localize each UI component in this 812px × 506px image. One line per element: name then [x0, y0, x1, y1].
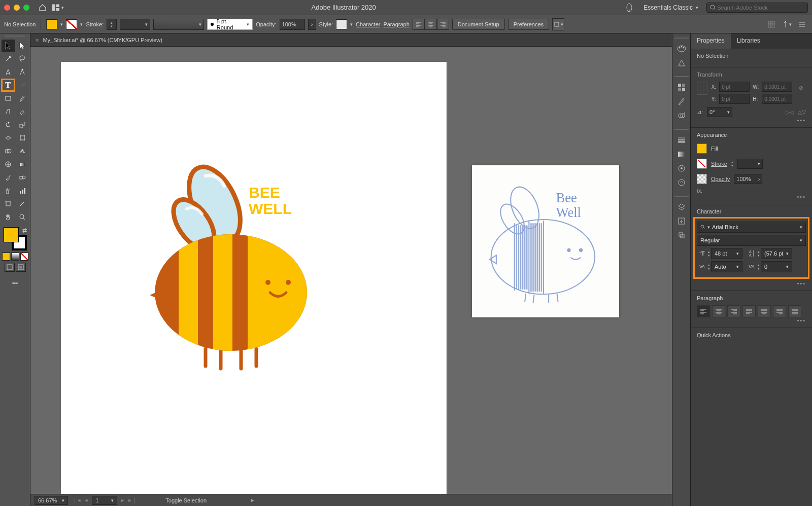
isolate-dropdown[interactable]: ▾	[552, 18, 564, 30]
asset-export-panel-icon[interactable]	[674, 214, 689, 228]
para-align-right[interactable]	[727, 305, 740, 317]
rectangle-tool[interactable]	[2, 92, 15, 104]
appearance-menu-icon[interactable]: •••	[797, 194, 806, 200]
nav-first-icon[interactable]: ｜◂	[72, 496, 81, 504]
paragraph-panel-link[interactable]: Paragraph	[383, 21, 409, 27]
paintbrush-tool[interactable]	[16, 92, 29, 104]
font-style-select[interactable]: Regular▾	[697, 235, 806, 246]
shape-builder-tool[interactable]	[2, 145, 15, 157]
blend-tool[interactable]	[16, 171, 29, 184]
appearance-opacity-value[interactable]: 100%›	[734, 174, 762, 184]
para-justify-center[interactable]	[758, 305, 771, 317]
tab-libraries[interactable]: Libraries	[731, 33, 766, 49]
close-tab-icon[interactable]: ×	[36, 37, 39, 43]
artboard-nav[interactable]: 1▾	[92, 496, 117, 505]
stroke-spinner[interactable]: ▴▾	[731, 160, 733, 167]
flip-h-icon[interactable]: ▷◁	[786, 109, 794, 116]
hand-tool[interactable]	[2, 211, 15, 223]
perspective-grid-tool[interactable]	[16, 145, 29, 157]
stroke-panel-icon[interactable]	[674, 133, 689, 147]
para-justify-all[interactable]	[788, 305, 801, 317]
opacity-reveal[interactable]: ›	[308, 19, 316, 30]
nav-last-icon[interactable]: ▸｜	[128, 496, 137, 504]
close-window[interactable]	[4, 5, 10, 11]
leading-input[interactable]: (57.6 pt▾	[761, 248, 792, 259]
mesh-tool[interactable]	[2, 158, 15, 170]
color-mode-none[interactable]	[20, 252, 28, 261]
transform-angle[interactable]: 0°▾	[707, 107, 732, 117]
leading-spinner[interactable]: ▴▾	[758, 250, 760, 257]
brushes-panel-icon[interactable]	[674, 94, 689, 109]
type-tool[interactable]: T	[2, 79, 15, 91]
swatches-panel-icon[interactable]	[674, 80, 689, 94]
opacity-input[interactable]: 100%	[280, 19, 305, 30]
width-tool[interactable]	[2, 132, 15, 144]
align-right-icon[interactable]	[437, 19, 449, 30]
link-wh-icon[interactable]: ⊘	[796, 82, 806, 94]
font-family-select[interactable]: ▾Arial Black ▾	[697, 222, 806, 233]
list-view-icon[interactable]	[796, 18, 808, 30]
snap-icon[interactable]: ▾	[781, 18, 793, 30]
appearance-stroke-weight[interactable]: ▾	[737, 159, 763, 169]
lasso-tool[interactable]	[16, 53, 29, 65]
fill-swatch[interactable]	[46, 19, 57, 29]
paragraph-menu-icon[interactable]: •••	[797, 317, 806, 323]
eyedropper-tool[interactable]	[2, 171, 15, 184]
character-menu-icon[interactable]: •••	[797, 280, 806, 286]
artboard[interactable]: BEE WELL	[61, 62, 447, 494]
gradient-tool[interactable]	[16, 158, 29, 170]
transparency-panel-icon[interactable]	[674, 161, 689, 175]
appearance-opacity-label[interactable]: Opacity	[711, 176, 730, 182]
search-input[interactable]	[716, 4, 804, 11]
artboards-panel-icon[interactable]	[674, 228, 689, 242]
tracking-spinner[interactable]: ▴▾	[758, 263, 760, 270]
transform-menu-icon[interactable]: •••	[797, 117, 806, 123]
color-guide-panel-icon[interactable]	[674, 56, 689, 70]
symbol-sprayer-tool[interactable]	[2, 185, 15, 197]
selection-tool[interactable]	[2, 40, 15, 52]
eraser-tool[interactable]	[16, 105, 29, 118]
font-size-input[interactable]: 48 pt▾	[711, 248, 742, 259]
color-mode-solid[interactable]	[2, 252, 10, 261]
fill-color[interactable]	[4, 227, 19, 242]
search-stock[interactable]	[706, 3, 808, 13]
direct-selection-tool[interactable]	[16, 40, 29, 52]
appearance-stroke-swatch[interactable]	[697, 159, 707, 169]
rotate-tool[interactable]	[2, 119, 15, 131]
font-size-spinner[interactable]: ▴▾	[708, 250, 710, 257]
brush-definition[interactable]: 5 pt. Round ▾	[207, 19, 253, 30]
slice-tool[interactable]	[16, 198, 29, 210]
tracking-input[interactable]: 0▾	[761, 261, 792, 272]
align-left-icon[interactable]	[413, 19, 425, 30]
reference-sketch[interactable]: Bee Well	[472, 165, 619, 317]
symbols-panel-icon[interactable]	[674, 109, 689, 123]
free-transform-tool[interactable]	[16, 132, 29, 144]
draw-normal-icon[interactable]	[5, 263, 15, 272]
para-justify-right[interactable]	[773, 305, 786, 317]
reference-point[interactable]	[697, 82, 707, 95]
graphic-style-swatch[interactable]	[336, 19, 347, 29]
document-tab[interactable]: × My_Sticker.ai* @ 66.67% (CMYK/GPU Prev…	[30, 33, 672, 47]
stroke-swatch[interactable]	[66, 19, 77, 29]
shaper-tool[interactable]	[2, 105, 15, 118]
home-icon[interactable]	[37, 2, 49, 14]
edit-toolbar-icon[interactable]: •••	[9, 277, 21, 289]
appearance-stroke-label[interactable]: Stroke	[711, 161, 727, 167]
curvature-tool[interactable]	[16, 66, 29, 78]
grid-view-icon[interactable]	[765, 18, 777, 30]
stroke-weight-spinner[interactable]: ▴▾	[107, 19, 117, 30]
nav-next-icon[interactable]: ▸	[121, 497, 124, 503]
magic-wand-tool[interactable]	[2, 53, 15, 65]
workspace-switcher[interactable]: Essentials Classic ▾	[638, 2, 703, 13]
align-center-icon[interactable]	[425, 19, 437, 30]
minimize-window[interactable]	[14, 5, 20, 11]
pen-tool[interactable]	[2, 66, 15, 78]
preferences-button[interactable]: Preferences	[508, 19, 549, 30]
appearance-opacity-swatch[interactable]	[697, 174, 707, 184]
color-mode-gradient[interactable]	[11, 252, 19, 261]
tab-properties[interactable]: Properties	[691, 33, 731, 49]
status-play-icon[interactable]: ▸	[251, 497, 254, 503]
fx-label[interactable]: fx.	[697, 188, 806, 194]
color-panel-icon[interactable]	[674, 42, 689, 56]
artboard-tool[interactable]	[2, 198, 15, 210]
